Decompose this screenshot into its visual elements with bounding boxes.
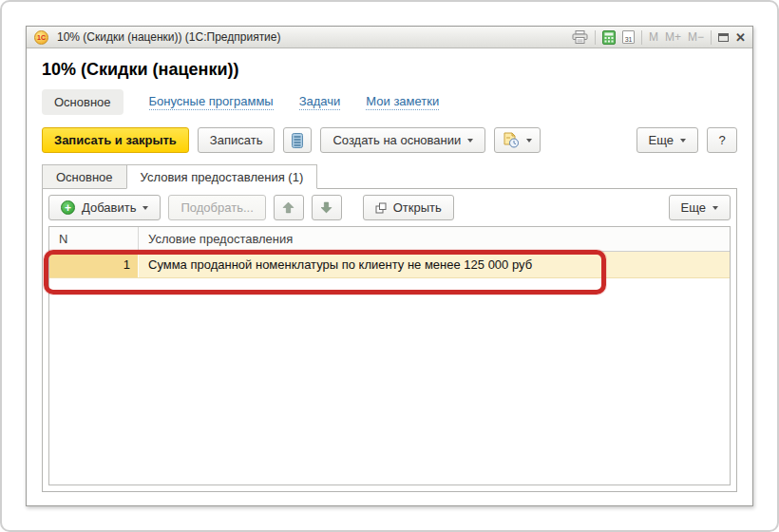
table-empty-area[interactable] bbox=[49, 278, 730, 484]
add-label: Добавить bbox=[82, 200, 136, 215]
row-condition-cell[interactable]: Сумма проданной номенклатуры по клиенту … bbox=[139, 252, 730, 277]
chevron-down-icon bbox=[680, 139, 686, 142]
create-based-on-label: Создать на основании bbox=[332, 133, 461, 147]
command-toolbar: Записать и закрыть Записать Создать н bbox=[42, 127, 737, 153]
add-button[interactable]: + Добавить bbox=[48, 195, 161, 220]
open-window-icon bbox=[375, 202, 387, 214]
titlebar-separator bbox=[641, 30, 642, 45]
pick-button[interactable]: Подобрать... bbox=[168, 195, 265, 220]
open-label: Открыть bbox=[393, 200, 442, 215]
maximize-button[interactable] bbox=[718, 33, 729, 42]
table-more-button[interactable]: Еще bbox=[669, 195, 731, 220]
page-title: 10% (Скидки (наценки)) bbox=[42, 60, 737, 80]
save-label: Записать bbox=[210, 133, 263, 147]
save-and-close-button[interactable]: Записать и закрыть bbox=[42, 127, 189, 153]
close-button[interactable]: ✕ bbox=[735, 31, 746, 44]
move-down-button[interactable] bbox=[312, 195, 342, 220]
table-row[interactable]: 1 Сумма проданной номенклатуры по клиент… bbox=[49, 252, 730, 278]
arrow-up-icon bbox=[282, 201, 294, 214]
table-more-label: Еще bbox=[681, 200, 706, 215]
arrow-down-icon bbox=[320, 201, 332, 214]
chevron-down-icon bbox=[712, 206, 718, 210]
register-icon bbox=[292, 133, 303, 148]
nav-item-moi-zametki[interactable]: Мои заметки bbox=[366, 94, 439, 110]
save-and-close-label: Записать и закрыть bbox=[54, 133, 177, 147]
row-number-cell[interactable]: 1 bbox=[49, 252, 139, 277]
chevron-down-icon bbox=[467, 139, 473, 142]
tab-usloviya-predostavleniya[interactable]: Условия предоставления (1) bbox=[126, 164, 318, 189]
more-actions-label: Еще bbox=[649, 133, 674, 147]
chevron-down-icon bbox=[142, 206, 148, 210]
memory-plus-button[interactable]: М+ bbox=[665, 30, 681, 44]
window-content: 10% (Скидки (наценки)) Основное Бонусные… bbox=[27, 49, 752, 505]
more-actions-button[interactable]: Еще bbox=[636, 127, 698, 153]
maximize-icon bbox=[718, 33, 729, 42]
history-document-button[interactable] bbox=[494, 127, 541, 153]
add-plus-icon: + bbox=[61, 200, 75, 215]
titlebar-controls: 31 М М+ М− ✕ bbox=[572, 30, 746, 45]
titlebar: 1С 10% (Скидки (наценки)) (1С:Предприяти… bbox=[27, 27, 752, 48]
1c-logo-icon: 1С bbox=[34, 30, 48, 45]
nav-item-bonusnye-programmy[interactable]: Бонусные программы bbox=[149, 94, 274, 110]
window-title: 10% (Скидки (наценки)) (1С:Предприятие) bbox=[57, 30, 281, 44]
nav-item-osnovnoe[interactable]: Основное bbox=[42, 89, 124, 115]
conditions-panel: + Добавить Подобрать... bbox=[42, 188, 737, 492]
memory-minus-button[interactable]: М− bbox=[688, 30, 704, 44]
navigation-links: Основное Бонусные программы Задачи Мои з… bbox=[42, 88, 737, 115]
tab-label: Основное bbox=[56, 170, 113, 184]
table-toolbar: + Добавить Подобрать... bbox=[48, 195, 731, 220]
app-window: 1С 10% (Скидки (наценки)) (1С:Предприяти… bbox=[26, 26, 753, 506]
tab-label: Условия предоставления (1) bbox=[141, 170, 304, 184]
memory-recall-button[interactable]: М bbox=[649, 30, 658, 44]
tab-osnovnoe[interactable]: Основное bbox=[42, 164, 126, 189]
calendar-icon-day: 31 bbox=[625, 35, 633, 43]
document-clock-icon bbox=[503, 132, 520, 148]
nav-item-zadachi[interactable]: Задачи bbox=[299, 94, 341, 110]
print-icon[interactable] bbox=[572, 30, 588, 44]
open-button[interactable]: Открыть bbox=[363, 195, 454, 220]
titlebar-separator bbox=[711, 30, 712, 45]
help-label: ? bbox=[718, 133, 725, 147]
calculator-icon[interactable] bbox=[602, 30, 616, 45]
save-button[interactable]: Записать bbox=[198, 127, 276, 153]
column-header-condition[interactable]: Условие предоставления bbox=[139, 227, 730, 251]
conditions-table: N Условие предоставления 1 Сумма проданн… bbox=[48, 226, 731, 485]
register-records-button[interactable] bbox=[283, 127, 312, 153]
form-tabs: Основное Условия предоставления (1) bbox=[42, 164, 737, 189]
table-header-row: N Условие предоставления bbox=[49, 227, 730, 252]
chevron-down-icon bbox=[526, 139, 532, 142]
move-up-button[interactable] bbox=[274, 195, 304, 220]
titlebar-separator bbox=[595, 30, 596, 45]
screenshot-frame: { "window": { "title": "10% (Скидки (нац… bbox=[0, 0, 779, 532]
create-based-on-button[interactable]: Создать на основании bbox=[320, 127, 485, 153]
column-header-n[interactable]: N bbox=[49, 227, 139, 251]
pick-label: Подобрать... bbox=[180, 200, 253, 215]
help-button[interactable]: ? bbox=[707, 127, 737, 153]
calendar-icon[interactable]: 31 bbox=[622, 30, 635, 44]
